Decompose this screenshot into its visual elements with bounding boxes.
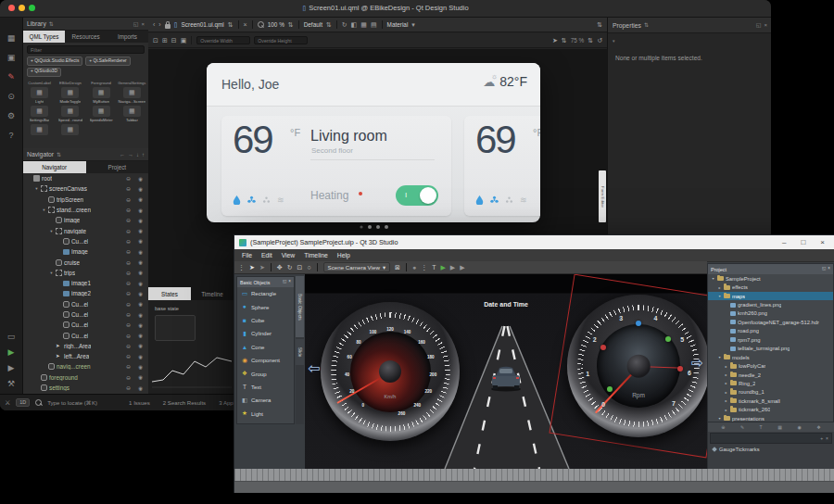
project-item[interactable]: ▸tickmark_260 [708, 406, 833, 414]
output-pane-search-results[interactable]: 2 Search Results [163, 399, 206, 406]
spa-icon[interactable] [262, 195, 271, 205]
export-icon[interactable]: ⊖ [126, 301, 131, 308]
expander-icon[interactable]: ▸ [724, 364, 728, 369]
eye-icon[interactable]: ◉ [138, 333, 143, 338]
expander-icon[interactable]: ▸ [724, 372, 728, 377]
material-asset-icon[interactable]: ◉ [797, 425, 801, 430]
float-panel-icon[interactable]: ◱ [822, 267, 826, 271]
water-drop-icon[interactable] [475, 195, 484, 205]
page-indicator-dot[interactable] [360, 225, 362, 228]
canvas-zoom-select-icon[interactable]: ⇅ [562, 37, 567, 44]
project-item[interactable]: OpenfootageNET_garage-512.hdr [708, 318, 833, 326]
state-thumbnail[interactable] [155, 315, 196, 341]
lock-icon[interactable] [165, 24, 171, 29]
menu-help[interactable]: Help [337, 252, 350, 258]
menu-edit[interactable]: Edit [261, 252, 272, 258]
back-icon[interactable]: ‹ [153, 21, 155, 28]
expander-icon[interactable]: ▾ [711, 276, 715, 281]
device-orientation-icon[interactable]: ◧ [351, 21, 358, 28]
document-select-icon[interactable]: ⇅ [228, 21, 234, 28]
fan-icon[interactable] [247, 195, 256, 205]
close-document-icon[interactable]: × [244, 21, 247, 28]
add-asset-icon[interactable]: ⊕ [721, 425, 725, 430]
export-icon[interactable]: ⊖ [126, 196, 131, 203]
eye-icon[interactable]: ◉ [138, 354, 143, 359]
expander-icon[interactable]: ▾ [717, 355, 722, 359]
page-indicator-dot[interactable] [385, 225, 388, 229]
room-card-living-room[interactable]: 69 °F Living room Second floor ≋ Heating… [221, 116, 451, 216]
style-select-icon[interactable]: ⇅ [326, 21, 332, 28]
export-icon[interactable]: ⊖ [126, 384, 131, 391]
eye-icon[interactable]: ◉ [138, 374, 143, 380]
tab-qml-types[interactable]: QML Types [23, 31, 65, 43]
canvas-icon[interactable]: ▣ [181, 37, 187, 44]
style-selector[interactable]: Default [304, 21, 322, 28]
move-up-icon[interactable]: ↑ [142, 152, 145, 158]
move-right-icon[interactable]: → [128, 152, 133, 158]
add-import-button[interactable]: + QtStudio3D [27, 68, 61, 77]
navigator-item[interactable]: Cu...el⊖◉ [23, 309, 148, 320]
expander-icon[interactable]: ▾ [34, 186, 39, 191]
close-panel-icon[interactable]: × [828, 267, 830, 271]
expander-icon[interactable]: ▾ [49, 229, 54, 233]
project-item[interactable]: ▸effects [708, 283, 833, 291]
navigator-item[interactable]: Cu...el⊖◉ [23, 299, 148, 309]
export-icon[interactable]: ⊖ [126, 333, 131, 339]
expander-icon[interactable]: ▸ [724, 390, 728, 395]
export-icon[interactable]: ⊖ [126, 248, 131, 255]
kit-selector[interactable]: 1D [16, 398, 30, 407]
close-panel-icon[interactable]: × [288, 280, 291, 284]
project-item[interactable]: telltale_turnsignal.png [708, 345, 833, 353]
navigator-item[interactable]: ▾stand...creen⊖◉ [23, 205, 148, 215]
basic-object-item[interactable]: ◉Component [237, 354, 294, 367]
export-icon[interactable]: ⊖ [126, 207, 131, 213]
filter-variants-icon[interactable]: T [432, 264, 436, 271]
project-item[interactable]: kmh260.png [708, 309, 833, 318]
library-component[interactable]: ▦Naviga...Screen [117, 85, 147, 104]
float-panel-icon[interactable]: ◱ [756, 22, 762, 28]
merge-icon[interactable]: ⊟ [171, 37, 177, 44]
eye-icon[interactable]: ◉ [138, 270, 143, 275]
panel-select-icon[interactable]: ⇅ [597, 21, 602, 28]
project-item[interactable]: ▸lowPolyCar [708, 361, 833, 370]
speedometer-gauge[interactable]: Km/h 02040608010012014016018020022024026… [321, 302, 460, 441]
design-mode-icon[interactable]: ▣ [7, 54, 16, 62]
drag-handle-icon[interactable]: ⋮ [238, 264, 245, 271]
navigator-item[interactable]: Cu...el⊖◉ [23, 330, 148, 340]
expander-icon[interactable]: ▸ [717, 285, 722, 290]
export-icon[interactable]: ⊖ [126, 374, 131, 381]
override-height-input[interactable] [254, 36, 308, 44]
zoom-level-value[interactable]: 100 % [268, 21, 284, 28]
next-slide-arrow-icon[interactable]: ⇨ [691, 356, 703, 371]
project-item[interactable]: rpm7.png [708, 335, 833, 344]
titlebar[interactable]: ▯Screen01.ui.qml @ EBikeDesign - Qt Desi… [0, 0, 771, 18]
panel-select-icon[interactable]: ⇅ [644, 22, 649, 28]
expander-icon[interactable]: ▾ [49, 271, 54, 275]
export-icon[interactable]: ⊖ [126, 363, 131, 370]
theme-select-icon[interactable]: ▾ [411, 21, 415, 28]
basic-object-item[interactable]: ❖Group [237, 367, 294, 380]
rotate-tool-icon[interactable]: ↻ [287, 264, 293, 271]
eye-icon[interactable]: ◉ [138, 208, 143, 213]
navigator-item[interactable]: image2⊖◉ [23, 288, 148, 298]
eye-icon[interactable]: ◉ [138, 385, 143, 391]
eye-icon[interactable]: ◉ [138, 322, 143, 328]
canvas-zoom-value[interactable]: 75 % [571, 37, 585, 44]
navigator-item[interactable]: Cu...el⊖◉ [23, 236, 148, 246]
tab-project[interactable]: Project [86, 161, 149, 173]
eye-icon[interactable]: ◉ [138, 301, 143, 307]
expander-icon[interactable]: ▸ [724, 398, 728, 403]
project-item[interactable]: gradient_lines.png [708, 300, 833, 309]
navigator-item[interactable]: settings⊖◉ [23, 383, 148, 393]
export-icon[interactable]: ⊖ [126, 311, 131, 318]
remote-preview-icon[interactable]: ▶ [460, 264, 464, 271]
project-item[interactable]: ▾maps [708, 292, 833, 300]
panel-select-icon[interactable]: ⇅ [49, 21, 54, 27]
locate-field[interactable]: Type to locate (⌘K) [47, 399, 97, 406]
image-asset-icon[interactable]: ▦ [777, 425, 782, 430]
menu-timeline[interactable]: Timeline [304, 252, 327, 258]
debug-run-icon[interactable]: ▶ [8, 364, 15, 372]
tab-states[interactable]: States [148, 287, 191, 300]
forward-icon[interactable]: › [158, 21, 160, 28]
select-tool-icon[interactable]: ➤ [249, 264, 255, 271]
